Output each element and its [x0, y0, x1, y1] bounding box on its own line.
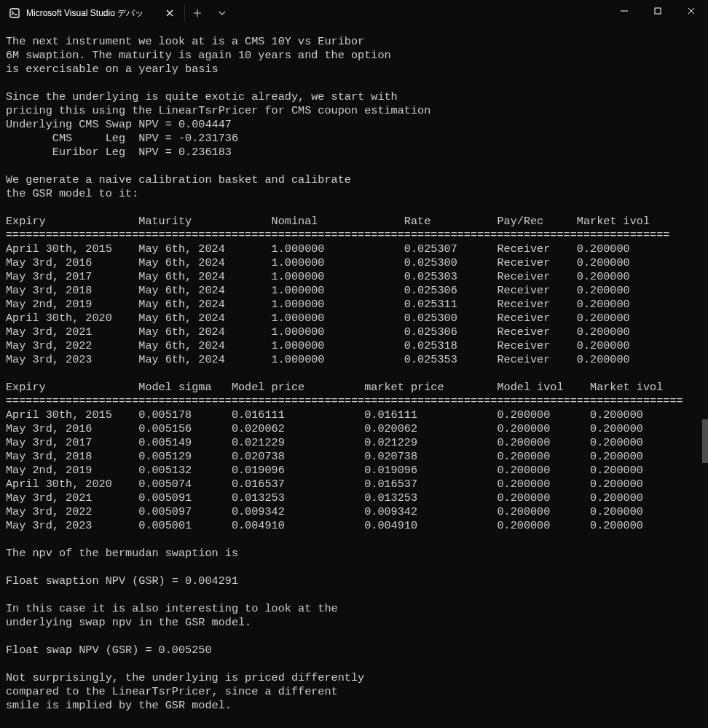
scrollbar-thumb[interactable] [702, 419, 708, 463]
table-row: May 3rd, 2023 May 6th, 2024 1.000000 0.0… [6, 353, 702, 367]
maximize-button[interactable] [641, 0, 674, 22]
table-row: May 3rd, 2017 0.005149 0.021229 0.021229… [6, 436, 702, 450]
blank-line [6, 561, 702, 574]
table-row: May 3rd, 2018 0.005129 0.020738 0.020738… [6, 450, 702, 464]
table-row: May 3rd, 2021 May 6th, 2024 1.000000 0.0… [6, 325, 702, 339]
minimize-button[interactable] [607, 0, 641, 22]
active-tab[interactable]: Microsoft Visual Studio デバッ [0, 0, 184, 26]
svg-rect-3 [655, 8, 661, 14]
text-line: In this case it is also interesting to l… [6, 602, 702, 616]
table-row: May 3rd, 2022 May 6th, 2024 1.000000 0.0… [6, 339, 702, 353]
table-header: Expiry Model sigma Model price market pr… [6, 381, 702, 395]
table-row: April 30th, 2015 May 6th, 2024 1.000000 … [6, 242, 702, 256]
text-line: pricing this using the LinearTsrPricer f… [6, 104, 702, 118]
blank-line [6, 588, 702, 602]
table-row: May 3rd, 2023 0.005001 0.004910 0.004910… [6, 519, 702, 533]
table-row: May 3rd, 2021 0.005091 0.013253 0.013253… [6, 491, 702, 505]
npv-line: Float swaption NPV (GSR) = 0.004291 [6, 574, 702, 588]
table-row: May 3rd, 2018 May 6th, 2024 1.000000 0.0… [6, 284, 702, 298]
text-line: Since the underlying is quite exotic alr… [6, 90, 702, 104]
blank-line [6, 367, 702, 381]
tab-dropdown-button[interactable] [210, 0, 235, 26]
table-header: Expiry Maturity Nominal Rate Pay/Rec Mar… [6, 215, 702, 229]
table-row: April 30th, 2015 0.005178 0.016111 0.016… [6, 408, 702, 422]
close-tab-button[interactable] [164, 7, 176, 19]
table-row: May 3rd, 2017 May 6th, 2024 1.000000 0.0… [6, 270, 702, 284]
text-line: smile is implied by the GSR model. [6, 699, 702, 713]
npv-line: Float swap NPV (GSR) = 0.005250 [6, 644, 702, 657]
text-line: We generate a naive calibration basket a… [6, 173, 702, 187]
text-line: The npv of the bermudan swaption is [6, 547, 702, 561]
text-line: Not surprisingly, the underlying is pric… [6, 671, 702, 685]
text-line: underlying swap npv in the GSR model. [6, 616, 702, 630]
scrollbar[interactable] [702, 26, 708, 728]
table-rule: ========================================… [6, 229, 702, 242]
table-row: May 3rd, 2016 May 6th, 2024 1.000000 0.0… [6, 256, 702, 270]
text-line: compared to the LinearTsrPricer, since a… [6, 685, 702, 699]
table-row: May 2nd, 2019 0.005132 0.019096 0.019096… [6, 464, 702, 478]
text-line: is exercisable on a yearly basis [6, 63, 702, 76]
text-line: 6M swaption. The maturity is again 10 ye… [6, 49, 702, 63]
window-controls [607, 0, 708, 22]
table-row: April 30th, 2020 0.005074 0.016537 0.016… [6, 478, 702, 491]
new-tab-button[interactable] [185, 0, 210, 26]
table-rule: ========================================… [6, 395, 702, 408]
npv-line: CMS Leg NPV = -0.231736 [6, 132, 702, 146]
npv-line: Euribor Leg NPV = 0.236183 [6, 146, 702, 159]
table-row: April 30th, 2020 May 6th, 2024 1.000000 … [6, 312, 702, 325]
blank-line [6, 657, 702, 671]
blank-line [6, 159, 702, 173]
text-line: the GSR model to it: [6, 187, 702, 201]
titlebar: Microsoft Visual Studio デバッ [0, 0, 708, 26]
table-row: May 2nd, 2019 May 6th, 2024 1.000000 0.0… [6, 298, 702, 312]
npv-line: Underlying CMS Swap NPV = 0.004447 [6, 118, 702, 132]
tabstrip: Microsoft Visual Studio デバッ [0, 0, 235, 26]
blank-line [6, 533, 702, 547]
terminal-output[interactable]: The next instrument we look at is a CMS … [0, 26, 708, 728]
table-row: May 3rd, 2022 0.005097 0.009342 0.009342… [6, 505, 702, 519]
close-window-button[interactable] [674, 0, 708, 22]
table-row: May 3rd, 2016 0.005156 0.020062 0.020062… [6, 422, 702, 436]
svg-rect-0 [10, 9, 19, 17]
blank-line [6, 76, 702, 90]
app-icon [9, 7, 20, 19]
blank-line [6, 630, 702, 644]
blank-line [6, 201, 702, 215]
tab-title: Microsoft Visual Studio デバッ [26, 7, 143, 20]
text-line: The next instrument we look at is a CMS … [6, 35, 702, 49]
